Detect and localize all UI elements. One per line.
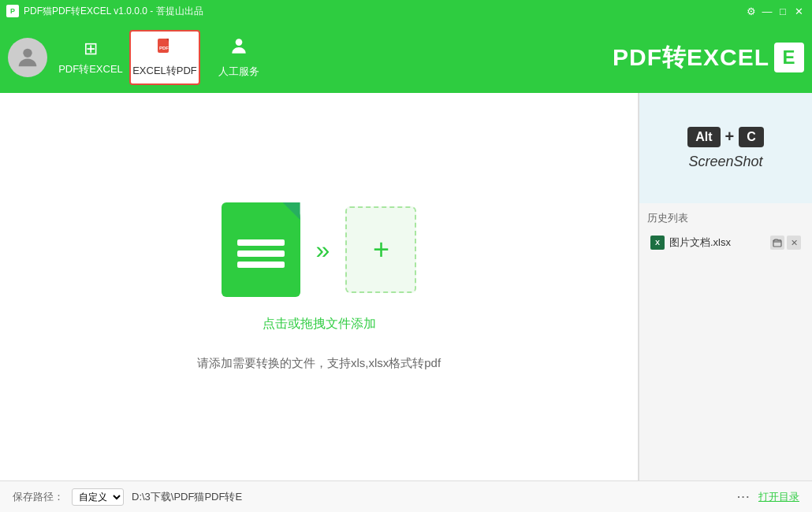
file-line-3 xyxy=(237,262,285,268)
plus-sign: + xyxy=(725,128,735,146)
svg-point-0 xyxy=(23,49,32,58)
drop-zone[interactable]: » + xyxy=(222,202,417,297)
maximize-button[interactable]: □ xyxy=(776,4,790,18)
shortcut-keys: Alt + C xyxy=(687,127,764,147)
app-title-text: PDF转EXCEL xyxy=(613,42,769,74)
history-title: 历史列表 xyxy=(647,211,804,225)
add-plus-icon: + xyxy=(373,233,389,266)
file-line-1 xyxy=(237,239,285,246)
hint-text: 请添加需要转换的文件，支持xls,xlsx格式转pdf xyxy=(197,356,441,371)
nav-item-manual-service-label: 人工服务 xyxy=(218,65,259,79)
svg-rect-6 xyxy=(773,240,781,247)
title-bar-text: PDF猫PDF转EXCEL v1.0.0.0 - 菩提山出品 xyxy=(24,5,203,18)
minimize-button[interactable]: — xyxy=(760,4,774,18)
save-path-label: 保存路径： xyxy=(13,490,64,504)
main-layout: » + 点击或拖拽文件添加 请添加需要转换的文件，支持xls,xlsx格式转pd… xyxy=(0,93,812,480)
bottom-bar: 保存路径： 自定义 D:\3下载\PDF猫PDF转E ··· 打开目录 xyxy=(0,480,812,512)
nav-item-pdf-to-excel[interactable]: ⊞ PDF转EXCEL xyxy=(55,30,126,85)
xlsx-icon: X xyxy=(650,236,665,250)
app-title-badge: E xyxy=(774,43,804,72)
user-avatar[interactable] xyxy=(8,38,47,77)
alt-screenshot-panel: Alt + C ScreenShot xyxy=(639,93,812,203)
save-path-select[interactable]: 自定义 xyxy=(72,488,124,506)
open-folder-button[interactable] xyxy=(770,236,784,250)
app-logo: P xyxy=(6,5,19,17)
svg-text:PDF: PDF xyxy=(159,46,169,50)
history-item[interactable]: X 图片文档.xlsx ✕ xyxy=(647,232,804,254)
nav-item-excel-to-pdf[interactable]: PDF EXCEL转PDF xyxy=(129,30,200,85)
window-controls: ⚙ — □ ✕ xyxy=(744,4,806,18)
svg-point-5 xyxy=(236,39,243,46)
content-area: » + 点击或拖拽文件添加 请添加需要转换的文件，支持xls,xlsx格式转pd… xyxy=(0,93,639,480)
more-options-button[interactable]: ··· xyxy=(737,491,751,503)
grid-icon: ⊞ xyxy=(84,39,98,59)
nav-item-pdf-to-excel-label: PDF转EXCEL xyxy=(58,62,123,76)
title-bar: P PDF猫PDF转EXCEL v1.0.0.0 - 菩提山出品 ⚙ — □ ✕ xyxy=(0,0,812,22)
pdf-icon: PDF xyxy=(155,37,174,61)
click-add-text[interactable]: 点击或拖拽文件添加 xyxy=(263,316,376,332)
save-path-value: D:\3下载\PDF猫PDF转E xyxy=(132,490,729,504)
open-directory-button[interactable]: 打开目录 xyxy=(758,490,799,504)
nav-items: ⊞ PDF转EXCEL PDF EXCEL转PDF xyxy=(55,30,274,85)
nav-bar: ⊞ PDF转EXCEL PDF EXCEL转PDF xyxy=(0,22,812,93)
add-file-box[interactable]: + xyxy=(345,206,416,293)
screenshot-label: ScreenShot xyxy=(688,154,762,170)
person-icon xyxy=(229,36,249,61)
nav-item-excel-to-pdf-label: EXCEL转PDF xyxy=(132,64,197,78)
settings-icon[interactable]: ⚙ xyxy=(744,4,758,18)
sidebar: Alt + C ScreenShot 历史列表 X 图片文档.xlsx xyxy=(639,93,812,480)
nav-item-manual-service[interactable]: 人工服务 xyxy=(203,30,274,85)
avatar-icon xyxy=(14,44,41,71)
alt-key-badge: Alt xyxy=(687,127,720,147)
history-item-name: 图片文档.xlsx xyxy=(669,236,765,250)
file-lines xyxy=(237,239,285,268)
delete-history-button[interactable]: ✕ xyxy=(787,236,801,250)
app-title: PDF转EXCEL E xyxy=(613,42,804,74)
history-item-actions: ✕ xyxy=(770,236,801,250)
title-bar-left: P PDF猫PDF转EXCEL v1.0.0.0 - 菩提山出品 xyxy=(6,5,203,18)
arrow-icon: » xyxy=(316,236,330,265)
history-section: 历史列表 X 图片文档.xlsx ✕ xyxy=(639,203,812,262)
file-line-2 xyxy=(237,250,285,257)
c-key-badge: C xyxy=(739,127,764,147)
source-file-icon xyxy=(222,202,300,297)
close-button[interactable]: ✕ xyxy=(792,4,806,18)
